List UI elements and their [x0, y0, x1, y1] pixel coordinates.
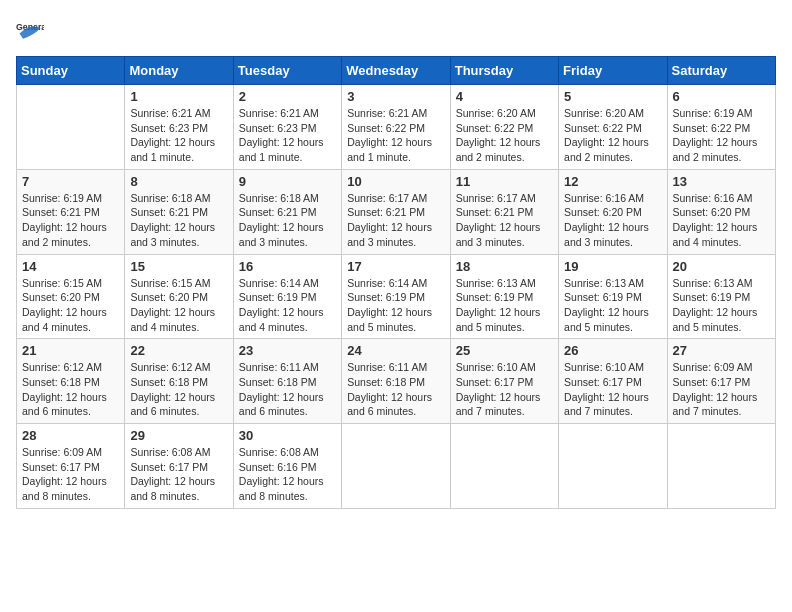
day-info: Sunrise: 6:11 AM Sunset: 6:18 PM Dayligh… [347, 360, 444, 419]
calendar-cell: 6Sunrise: 6:19 AM Sunset: 6:22 PM Daylig… [667, 85, 775, 170]
calendar-cell: 7Sunrise: 6:19 AM Sunset: 6:21 PM Daylig… [17, 169, 125, 254]
calendar-cell: 16Sunrise: 6:14 AM Sunset: 6:19 PM Dayli… [233, 254, 341, 339]
logo-icon: General [16, 16, 44, 44]
day-info: Sunrise: 6:16 AM Sunset: 6:20 PM Dayligh… [673, 191, 770, 250]
day-number: 21 [22, 343, 119, 358]
calendar-week-3: 21Sunrise: 6:12 AM Sunset: 6:18 PM Dayli… [17, 339, 776, 424]
day-info: Sunrise: 6:21 AM Sunset: 6:23 PM Dayligh… [239, 106, 336, 165]
calendar-cell: 28Sunrise: 6:09 AM Sunset: 6:17 PM Dayli… [17, 424, 125, 509]
day-info: Sunrise: 6:11 AM Sunset: 6:18 PM Dayligh… [239, 360, 336, 419]
calendar-cell: 18Sunrise: 6:13 AM Sunset: 6:19 PM Dayli… [450, 254, 558, 339]
day-number: 18 [456, 259, 553, 274]
calendar-cell [17, 85, 125, 170]
day-number: 9 [239, 174, 336, 189]
day-number: 7 [22, 174, 119, 189]
calendar-week-4: 28Sunrise: 6:09 AM Sunset: 6:17 PM Dayli… [17, 424, 776, 509]
day-number: 11 [456, 174, 553, 189]
calendar-cell: 25Sunrise: 6:10 AM Sunset: 6:17 PM Dayli… [450, 339, 558, 424]
weekday-header-wednesday: Wednesday [342, 57, 450, 85]
day-info: Sunrise: 6:19 AM Sunset: 6:22 PM Dayligh… [673, 106, 770, 165]
day-info: Sunrise: 6:13 AM Sunset: 6:19 PM Dayligh… [456, 276, 553, 335]
day-info: Sunrise: 6:18 AM Sunset: 6:21 PM Dayligh… [130, 191, 227, 250]
weekday-header-thursday: Thursday [450, 57, 558, 85]
day-number: 4 [456, 89, 553, 104]
day-info: Sunrise: 6:13 AM Sunset: 6:19 PM Dayligh… [673, 276, 770, 335]
day-info: Sunrise: 6:17 AM Sunset: 6:21 PM Dayligh… [347, 191, 444, 250]
calendar-cell: 14Sunrise: 6:15 AM Sunset: 6:20 PM Dayli… [17, 254, 125, 339]
calendar-cell: 29Sunrise: 6:08 AM Sunset: 6:17 PM Dayli… [125, 424, 233, 509]
calendar-cell: 1Sunrise: 6:21 AM Sunset: 6:23 PM Daylig… [125, 85, 233, 170]
weekday-header-saturday: Saturday [667, 57, 775, 85]
day-number: 8 [130, 174, 227, 189]
day-number: 27 [673, 343, 770, 358]
day-number: 20 [673, 259, 770, 274]
calendar-cell: 27Sunrise: 6:09 AM Sunset: 6:17 PM Dayli… [667, 339, 775, 424]
day-number: 23 [239, 343, 336, 358]
day-info: Sunrise: 6:16 AM Sunset: 6:20 PM Dayligh… [564, 191, 661, 250]
day-info: Sunrise: 6:17 AM Sunset: 6:21 PM Dayligh… [456, 191, 553, 250]
day-info: Sunrise: 6:08 AM Sunset: 6:17 PM Dayligh… [130, 445, 227, 504]
day-number: 29 [130, 428, 227, 443]
calendar-cell: 15Sunrise: 6:15 AM Sunset: 6:20 PM Dayli… [125, 254, 233, 339]
day-number: 12 [564, 174, 661, 189]
calendar-cell: 24Sunrise: 6:11 AM Sunset: 6:18 PM Dayli… [342, 339, 450, 424]
day-info: Sunrise: 6:12 AM Sunset: 6:18 PM Dayligh… [130, 360, 227, 419]
calendar-cell: 4Sunrise: 6:20 AM Sunset: 6:22 PM Daylig… [450, 85, 558, 170]
weekday-header-friday: Friday [559, 57, 667, 85]
calendar-cell: 26Sunrise: 6:10 AM Sunset: 6:17 PM Dayli… [559, 339, 667, 424]
calendar-cell [559, 424, 667, 509]
day-number: 15 [130, 259, 227, 274]
weekday-header-tuesday: Tuesday [233, 57, 341, 85]
day-number: 10 [347, 174, 444, 189]
calendar-cell: 3Sunrise: 6:21 AM Sunset: 6:22 PM Daylig… [342, 85, 450, 170]
day-info: Sunrise: 6:09 AM Sunset: 6:17 PM Dayligh… [673, 360, 770, 419]
day-info: Sunrise: 6:21 AM Sunset: 6:22 PM Dayligh… [347, 106, 444, 165]
day-info: Sunrise: 6:14 AM Sunset: 6:19 PM Dayligh… [239, 276, 336, 335]
day-number: 30 [239, 428, 336, 443]
day-info: Sunrise: 6:15 AM Sunset: 6:20 PM Dayligh… [130, 276, 227, 335]
day-number: 26 [564, 343, 661, 358]
calendar-week-2: 14Sunrise: 6:15 AM Sunset: 6:20 PM Dayli… [17, 254, 776, 339]
day-info: Sunrise: 6:15 AM Sunset: 6:20 PM Dayligh… [22, 276, 119, 335]
calendar-cell: 9Sunrise: 6:18 AM Sunset: 6:21 PM Daylig… [233, 169, 341, 254]
day-info: Sunrise: 6:09 AM Sunset: 6:17 PM Dayligh… [22, 445, 119, 504]
calendar-cell: 17Sunrise: 6:14 AM Sunset: 6:19 PM Dayli… [342, 254, 450, 339]
day-number: 6 [673, 89, 770, 104]
calendar-cell: 30Sunrise: 6:08 AM Sunset: 6:16 PM Dayli… [233, 424, 341, 509]
day-number: 24 [347, 343, 444, 358]
day-info: Sunrise: 6:19 AM Sunset: 6:21 PM Dayligh… [22, 191, 119, 250]
calendar-week-0: 1Sunrise: 6:21 AM Sunset: 6:23 PM Daylig… [17, 85, 776, 170]
calendar-cell [667, 424, 775, 509]
day-info: Sunrise: 6:13 AM Sunset: 6:19 PM Dayligh… [564, 276, 661, 335]
calendar-cell: 13Sunrise: 6:16 AM Sunset: 6:20 PM Dayli… [667, 169, 775, 254]
day-info: Sunrise: 6:21 AM Sunset: 6:23 PM Dayligh… [130, 106, 227, 165]
calendar-cell: 20Sunrise: 6:13 AM Sunset: 6:19 PM Dayli… [667, 254, 775, 339]
day-number: 14 [22, 259, 119, 274]
calendar-week-1: 7Sunrise: 6:19 AM Sunset: 6:21 PM Daylig… [17, 169, 776, 254]
day-info: Sunrise: 6:20 AM Sunset: 6:22 PM Dayligh… [456, 106, 553, 165]
day-number: 1 [130, 89, 227, 104]
calendar-cell: 19Sunrise: 6:13 AM Sunset: 6:19 PM Dayli… [559, 254, 667, 339]
calendar-cell: 12Sunrise: 6:16 AM Sunset: 6:20 PM Dayli… [559, 169, 667, 254]
calendar-cell: 23Sunrise: 6:11 AM Sunset: 6:18 PM Dayli… [233, 339, 341, 424]
calendar-cell: 5Sunrise: 6:20 AM Sunset: 6:22 PM Daylig… [559, 85, 667, 170]
calendar-cell: 11Sunrise: 6:17 AM Sunset: 6:21 PM Dayli… [450, 169, 558, 254]
day-info: Sunrise: 6:14 AM Sunset: 6:19 PM Dayligh… [347, 276, 444, 335]
day-info: Sunrise: 6:12 AM Sunset: 6:18 PM Dayligh… [22, 360, 119, 419]
day-number: 16 [239, 259, 336, 274]
calendar-table: SundayMondayTuesdayWednesdayThursdayFrid… [16, 56, 776, 509]
day-info: Sunrise: 6:10 AM Sunset: 6:17 PM Dayligh… [564, 360, 661, 419]
page-header: General [16, 16, 776, 44]
calendar-cell [342, 424, 450, 509]
day-number: 5 [564, 89, 661, 104]
weekday-header-sunday: Sunday [17, 57, 125, 85]
day-number: 17 [347, 259, 444, 274]
day-info: Sunrise: 6:08 AM Sunset: 6:16 PM Dayligh… [239, 445, 336, 504]
day-number: 28 [22, 428, 119, 443]
day-info: Sunrise: 6:18 AM Sunset: 6:21 PM Dayligh… [239, 191, 336, 250]
day-number: 13 [673, 174, 770, 189]
calendar-cell: 21Sunrise: 6:12 AM Sunset: 6:18 PM Dayli… [17, 339, 125, 424]
logo: General [16, 16, 48, 44]
day-info: Sunrise: 6:10 AM Sunset: 6:17 PM Dayligh… [456, 360, 553, 419]
weekday-header-monday: Monday [125, 57, 233, 85]
